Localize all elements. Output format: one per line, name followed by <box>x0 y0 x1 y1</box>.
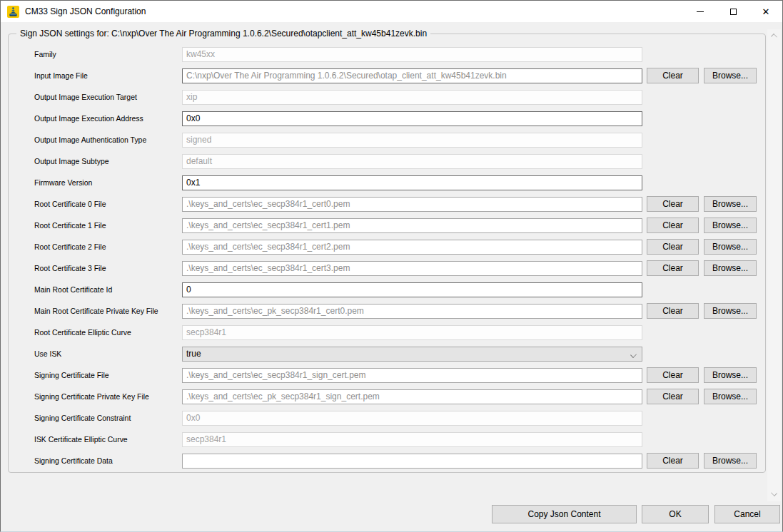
field-label: ISK Certificate Elliptic Curve <box>34 435 175 444</box>
maximize-button[interactable] <box>717 1 749 22</box>
field-input-signing-certificate-private-key-file[interactable] <box>182 389 642 404</box>
cancel-button[interactable]: Cancel <box>714 505 780 523</box>
maximize-icon <box>730 9 737 15</box>
field-label: Output Image Execution Address <box>34 114 175 123</box>
clear-button[interactable]: Clear <box>647 453 699 469</box>
field-input-use-isk[interactable] <box>182 347 642 362</box>
field-input-main-root-certificate-id[interactable] <box>182 282 642 297</box>
field-buttons: Clear Browse... <box>647 453 757 469</box>
window-title: CM33 Sign JSON Configuration <box>25 6 146 16</box>
form-row-firmware-version: Firmware Version <box>9 172 765 193</box>
field-label: Input Image File <box>34 71 175 80</box>
minimize-button[interactable] <box>684 1 717 22</box>
field-buttons: Clear Browse... <box>647 239 757 255</box>
form-row-root-certificate-1-file: Root Certificate 1 File Clear Browse... <box>9 215 765 236</box>
field-input-root-certificate-3-file[interactable] <box>182 261 642 276</box>
field-input-isk-certificate-elliptic-curve <box>182 432 642 447</box>
field-input-output-image-execution-target <box>182 90 642 105</box>
vertical-scrollbar[interactable] <box>767 29 781 501</box>
browse-button[interactable]: Browse... <box>704 389 757 404</box>
clear-button[interactable]: Clear <box>647 367 699 383</box>
browse-button[interactable]: Browse... <box>704 367 757 383</box>
field-label: Signing Certificate Constraint <box>34 414 175 422</box>
form-row-signing-certificate-constraint: Signing Certificate Constraint <box>9 407 765 429</box>
clear-button[interactable]: Clear <box>647 218 699 233</box>
window-controls: ✕ <box>684 1 782 22</box>
clear-button[interactable]: Clear <box>647 68 699 83</box>
form-row-root-certificate-2-file: Root Certificate 2 File Clear Browse... <box>9 236 765 257</box>
scroll-down-button[interactable] <box>772 491 777 496</box>
field-label: Firmware Version <box>34 178 175 187</box>
form-row-use-isk: Use ISK <box>9 343 765 364</box>
browse-button[interactable]: Browse... <box>704 453 757 469</box>
form-row-output-image-authentication-type: Output Image Authentication Type <box>9 129 765 150</box>
field-label: Output Image Subtype <box>34 157 175 165</box>
dialog-client-area: Sign JSON settings for: C:\nxp\Over The … <box>1 22 782 531</box>
field-label: Root Certificate Elliptic Curve <box>34 328 175 337</box>
browse-button[interactable]: Browse... <box>704 218 757 233</box>
field-label: Family <box>34 50 175 58</box>
field-label: Output Image Execution Target <box>34 93 175 101</box>
field-input-root-certificate-0-file[interactable] <box>182 197 642 212</box>
minimize-icon <box>697 11 704 12</box>
form-row-signing-certificate-file: Signing Certificate File Clear Browse... <box>9 364 765 386</box>
scroll-up-button[interactable] <box>772 34 777 40</box>
form-row-output-image-execution-address: Output Image Execution Address <box>9 108 765 129</box>
field-label: Root Certificate 1 File <box>34 221 175 230</box>
clear-button[interactable]: Clear <box>647 239 699 255</box>
clear-button[interactable]: Clear <box>647 389 699 404</box>
field-input-root-certificate-1-file[interactable] <box>182 218 642 233</box>
ok-button[interactable]: OK <box>642 505 709 523</box>
field-input-signing-certificate-data[interactable] <box>182 454 642 469</box>
field-input-family <box>182 47 642 62</box>
field-label: Signing Certificate Data <box>34 456 175 465</box>
browse-button[interactable]: Browse... <box>704 260 757 276</box>
field-input-firmware-version[interactable] <box>182 175 642 190</box>
browse-button[interactable]: Browse... <box>704 239 757 255</box>
field-input-output-image-execution-address[interactable] <box>182 111 642 126</box>
field-label: Root Certificate 0 File <box>34 200 175 208</box>
field-input-output-image-authentication-type <box>182 133 642 148</box>
clear-button[interactable]: Clear <box>647 196 699 212</box>
field-label: Main Root Certificate Private Key File <box>34 307 175 315</box>
title-bar: CM33 Sign JSON Configuration ✕ <box>1 1 782 22</box>
close-button[interactable]: ✕ <box>749 1 782 22</box>
form-row-output-image-subtype: Output Image Subtype <box>9 150 765 172</box>
group-legend: Sign JSON settings for: C:\nxp\Over The … <box>16 29 430 39</box>
field-input-root-certificate-elliptic-curve <box>182 325 642 340</box>
form-row-root-certificate-elliptic-curve: Root Certificate Elliptic Curve <box>9 322 765 343</box>
field-input-output-image-subtype <box>182 154 642 169</box>
form-row-main-root-certificate-id: Main Root Certificate Id <box>9 279 765 300</box>
chevron-up-icon <box>771 34 777 40</box>
browse-button[interactable]: Browse... <box>704 303 757 319</box>
field-label: Root Certificate 3 File <box>34 264 175 272</box>
browse-button[interactable]: Browse... <box>704 68 757 83</box>
field-input-root-certificate-2-file[interactable] <box>182 240 642 255</box>
clear-button[interactable]: Clear <box>647 303 699 319</box>
chevron-down-icon <box>771 490 777 496</box>
form-row-family: Family <box>9 44 765 65</box>
field-label: Signing Certificate File <box>34 371 175 379</box>
dialog-window: CM33 Sign JSON Configuration ✕ Sign JSON… <box>0 0 783 532</box>
clear-button[interactable]: Clear <box>647 260 699 276</box>
field-label: Output Image Authentication Type <box>34 135 175 144</box>
form-row-root-certificate-3-file: Root Certificate 3 File Clear Browse... <box>9 257 765 279</box>
app-icon <box>7 6 19 18</box>
sign-json-settings-group: Sign JSON settings for: C:\nxp\Over The … <box>8 34 766 473</box>
field-buttons: Clear Browse... <box>647 68 757 83</box>
form-row-signing-certificate-private-key-file: Signing Certificate Private Key File Cle… <box>9 386 765 407</box>
form-rows: Family Input Image File Clear Browse... … <box>9 44 765 471</box>
field-label: Signing Certificate Private Key File <box>34 392 175 401</box>
form-row-main-root-certificate-private-key-file: Main Root Certificate Private Key File C… <box>9 300 765 322</box>
field-input-signing-certificate-file[interactable] <box>182 368 642 383</box>
field-buttons: Clear Browse... <box>647 303 757 319</box>
field-buttons: Clear Browse... <box>647 389 757 404</box>
field-input-input-image-file[interactable] <box>182 68 642 83</box>
form-row-output-image-execution-target: Output Image Execution Target <box>9 86 765 108</box>
browse-button[interactable]: Browse... <box>704 196 757 212</box>
field-buttons: Clear Browse... <box>647 367 757 383</box>
field-buttons: Clear Browse... <box>647 260 757 276</box>
form-row-root-certificate-0-file: Root Certificate 0 File Clear Browse... <box>9 193 765 215</box>
copy-json-content-button[interactable]: Copy Json Content <box>492 505 637 523</box>
field-input-main-root-certificate-private-key-file[interactable] <box>182 304 642 319</box>
